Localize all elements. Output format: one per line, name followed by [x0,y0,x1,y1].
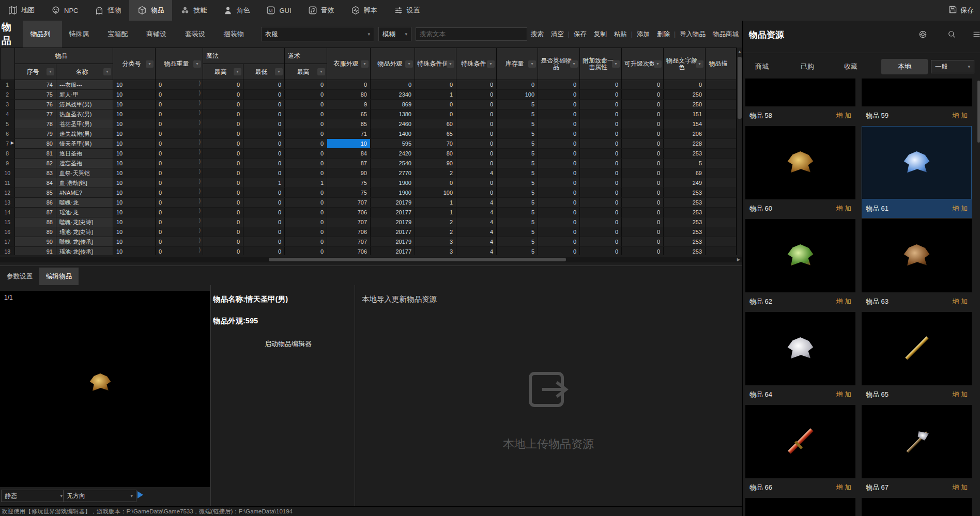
table-cell[interactable]: 77 [15,110,56,119]
table-cell[interactable]: 1 [1,80,15,90]
table-cell[interactable]: 74 [15,80,56,90]
table-row[interactable]: 679迷失战袍(男)100)0007114006505000206 [1,129,737,139]
table-cell[interactable]: 10 [1,168,15,178]
table-cell[interactable]: 0 [622,90,664,100]
table-cell[interactable]: 0 [580,110,622,119]
table-cell[interactable]: 0 [203,237,243,247]
table-cell[interactable]: 0 [285,129,327,139]
resource-filter-select[interactable]: 一般 ▾ [931,60,974,73]
table-cell[interactable]: 0 [622,119,664,129]
target-icon[interactable] [918,30,927,39]
table-cell[interactable]: 0 [622,110,664,119]
filter-icon[interactable]: ▼ [528,60,536,68]
table-cell[interactable]: 0) [156,149,203,159]
resource-thumbnail[interactable] [862,498,972,516]
table-cell[interactable]: 20177 [371,227,415,237]
table-cell[interactable]: 0 [285,119,327,129]
table-cell[interactable]: 0 [203,80,243,90]
cell-spinner-icon[interactable]: ) [199,188,201,194]
tab-商铺设置[interactable]: 商铺设置 [140,21,178,48]
scroll-right-icon[interactable]: ▶ [737,257,740,262]
resource-card[interactable]: 物品 58增 加 [745,79,855,125]
table-cell[interactable]: 228 [664,139,706,149]
topbar-item-map[interactable]: 地图 [0,0,43,21]
table-cell[interactable]: 逐日圣袍 [56,149,113,159]
table-cell[interactable]: 91 [15,247,56,256]
table-cell[interactable]: 75 [327,178,371,188]
table-cell[interactable] [706,110,737,119]
table-cell[interactable] [706,80,737,90]
table-cell[interactable] [706,188,737,198]
action-搜索[interactable]: 搜索 [527,30,547,39]
table-cell[interactable]: 13 [1,198,15,208]
table-row[interactable]: 1184血·浩劫[铠]100)011751900005000249 [1,178,737,188]
table-cell[interactable]: 0 [203,247,243,256]
table-cell[interactable]: 0 [580,80,622,90]
table-cell[interactable]: 9 [327,100,371,110]
save-button[interactable]: 保存 [942,0,980,21]
table-cell[interactable]: 0 [243,198,285,208]
table-cell[interactable]: 1 [415,208,456,217]
table-cell[interactable]: 清风战甲(男) [56,100,113,110]
table-cell[interactable]: 0 [538,90,580,100]
add-item-button[interactable]: 增 加 [952,483,968,492]
table-cell[interactable]: 2 [415,217,456,227]
resource-thumbnail[interactable] [745,405,855,478]
table-cell[interactable]: 253 [664,247,706,256]
resource-thumbnail[interactable] [862,312,972,385]
table-cell[interactable]: 噬魄·龙[传承] [56,237,113,247]
table-row[interactable]: 376清风战甲(男)100)0009869005000250 [1,100,737,110]
table-cell[interactable]: 0) [156,217,203,227]
table-cell[interactable]: 2 [1,90,15,100]
filter-icon[interactable]: ▼ [654,60,662,68]
table-cell[interactable]: 10 [327,139,371,149]
table-cell[interactable]: 10 [113,188,156,198]
table-cell[interactable]: 0) [156,198,203,208]
table-cell[interactable]: 0 [456,119,497,129]
column-header[interactable]: 特殊条件值▼ [415,48,456,80]
table-cell[interactable]: 5 [497,198,538,208]
column-header[interactable]: 道术 [285,48,327,64]
table-row[interactable]: 1891瑶池·龙[传承]100)00070620177345000253 [1,247,737,256]
column-header[interactable] [1,48,15,80]
table-cell[interactable] [706,168,737,178]
table-row[interactable]: 1285#NAME?100)00075190010005000253 [1,188,737,198]
tab-特殊属性[interactable]: 特殊属性 [62,21,101,48]
table-cell[interactable]: 0 [538,208,580,217]
table-cell[interactable]: 0 [580,119,622,129]
column-header[interactable]: 分类号▼ [113,48,156,80]
resource-thumbnail[interactable] [745,498,855,516]
table-cell[interactable]: 2460 [371,119,415,129]
action-物品商城[interactable]: 物品商城 [709,30,742,39]
table-cell[interactable]: 0) [156,80,203,90]
table-cell[interactable]: 0 [456,80,497,90]
table-row[interactable]: 477热血圣衣(男)100)000651380005000151 [1,110,737,119]
panel-scroll-thumb[interactable] [977,81,980,143]
match-mode-select[interactable]: 模糊 ▾ [378,27,411,41]
table-cell[interactable]: 84 [15,178,56,188]
filter-icon[interactable]: ▼ [193,60,201,68]
table-cell[interactable]: 1 [415,198,456,208]
column-header[interactable]: 名称▼ [56,64,113,80]
table-cell[interactable]: 3 [1,100,15,110]
table-cell[interactable]: 4 [456,168,497,178]
table-cell[interactable]: 85 [15,188,56,198]
resource-thumbnail[interactable] [745,312,855,385]
table-cell[interactable]: 89 [15,227,56,237]
table-cell[interactable] [706,129,737,139]
table-cell[interactable]: 0 [622,149,664,159]
table-cell[interactable]: 瑶池·龙[史诗] [56,227,113,237]
table-cell[interactable]: 0 [538,139,580,149]
add-item-button[interactable]: 增 加 [836,297,851,306]
table-cell[interactable]: 5 [497,247,538,256]
cell-spinner-icon[interactable]: ) [199,217,201,223]
table-cell[interactable]: 80 [415,149,456,159]
action-删除[interactable]: 删除 [653,30,673,39]
action-清空[interactable]: 清空 [547,30,568,39]
table-cell[interactable]: 5 [497,119,538,129]
table-cell[interactable]: 0 [622,208,664,217]
table-row[interactable]: 1487瑶池·龙100)00070620177145000253 [1,208,737,217]
table-cell[interactable]: 17 [1,237,15,247]
table-cell[interactable]: 14 [1,208,15,217]
table-cell[interactable]: 11 [1,178,15,188]
